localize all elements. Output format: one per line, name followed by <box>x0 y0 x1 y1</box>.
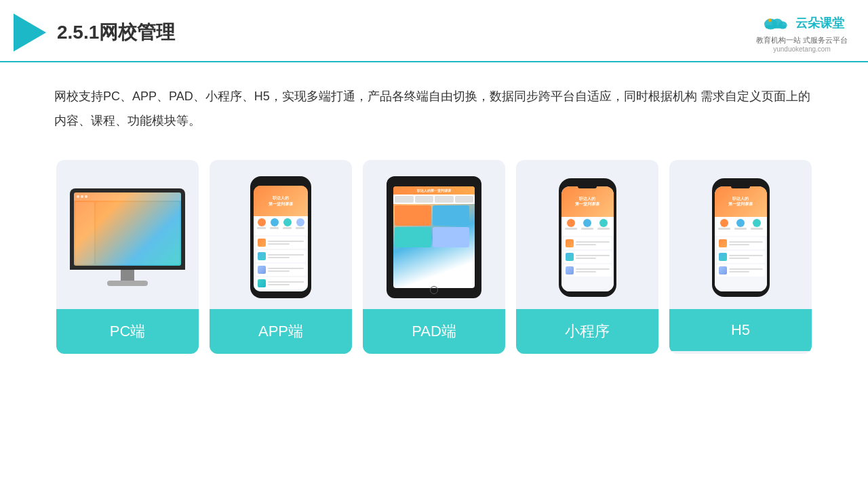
tablet-home-btn <box>430 286 438 294</box>
card-pad: 职达人的第一堂判课课 PAD端 <box>363 160 505 354</box>
header-left: 2.5.1网校管理 <box>14 14 175 52</box>
card-miniprogram-image: 职达人的第一堂判课课 <box>516 160 658 309</box>
header: 2.5.1网校管理 云朵课堂 教育机构一站 式服务云平台 yunduoketan… <box>0 0 868 62</box>
card-pad-label: PAD端 <box>363 309 505 354</box>
h5-phone-screen: 职达人的第一堂判课课 <box>715 186 767 291</box>
pc-mockup <box>70 188 185 286</box>
h5-phone-notch <box>731 184 750 188</box>
card-h5-label: H5 <box>669 309 812 351</box>
brand-url: yunduoketang.com <box>773 45 831 53</box>
phone-screen: 职达人的第一堂判课课 <box>254 186 308 291</box>
app-phone-mockup: 职达人的第一堂判课课 <box>250 176 311 298</box>
cloud-logo: 云朵课堂 <box>759 12 844 34</box>
phone-notch <box>273 182 289 186</box>
card-pc: PC端 <box>56 160 199 354</box>
card-app-image: 职达人的第一堂判课课 <box>210 160 352 309</box>
phone-mini-notch <box>578 184 597 188</box>
brand-name: 云朵课堂 <box>795 15 844 31</box>
tablet-screen: 职达人的第一堂判课课 <box>393 186 475 288</box>
tablet-mockup: 职达人的第一堂判课课 <box>387 176 481 298</box>
description-text: 网校支持PC、APP、PAD、小程序、H5，实现多端打通，产品各终端自由切换，数… <box>0 62 868 146</box>
monitor-neck <box>121 270 134 281</box>
card-pc-image <box>56 160 199 309</box>
card-miniprogram: 职达人的第一堂判课课 <box>516 160 658 354</box>
cloud-icon <box>759 12 791 34</box>
card-h5-image: 职达人的第一堂判课课 <box>669 160 812 309</box>
card-h5: 职达人的第一堂判课课 <box>669 160 812 354</box>
monitor-screen <box>74 192 181 266</box>
brand-subtitle: 教育机构一站 式服务云平台 <box>756 35 848 45</box>
monitor-body <box>70 188 185 270</box>
miniprogram-phone-mockup: 职达人的第一堂判课课 <box>559 178 616 297</box>
brand-logo: 云朵课堂 教育机构一站 式服务云平台 yunduoketang.com <box>756 12 848 53</box>
h5-phone-mockup: 职达人的第一堂判课课 <box>712 178 770 297</box>
card-app-label: APP端 <box>210 309 352 354</box>
logo-triangle-icon <box>14 14 46 52</box>
card-app: 职达人的第一堂判课课 <box>210 160 352 354</box>
monitor-base <box>107 281 148 286</box>
phone-mini-screen: 职达人的第一堂判课课 <box>561 186 614 291</box>
page-title: 2.5.1网校管理 <box>57 20 175 45</box>
card-pc-label: PC端 <box>56 309 199 354</box>
svg-rect-3 <box>766 25 786 28</box>
card-pad-image: 职达人的第一堂判课课 <box>363 160 505 309</box>
card-miniprogram-label: 小程序 <box>516 309 658 354</box>
cards-container: PC端 职达人的第一堂判课课 <box>0 146 868 367</box>
